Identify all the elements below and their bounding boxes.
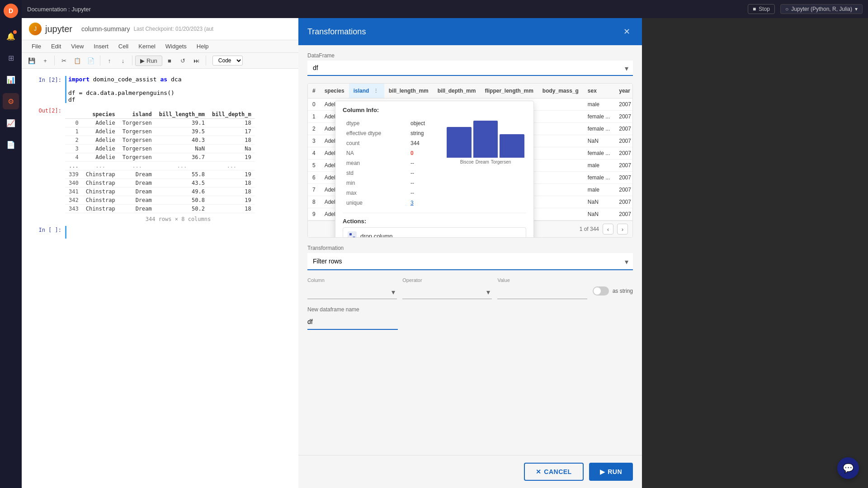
dataframe-select[interactable]: df <box>307 61 633 76</box>
as-string-toggle[interactable] <box>593 286 609 296</box>
output-cell: 19 <box>208 170 255 179</box>
new-df-input[interactable] <box>307 314 398 330</box>
sidebar: D 🔔 ⊞ 📊 ⚙ 📈 📄 <box>0 0 22 488</box>
output-cell: 342 <box>65 196 82 205</box>
kernel-selector[interactable]: ○ Jupyter (Python, R, Julia) ▾ <box>780 4 863 14</box>
cell-out2-content: species island bill_length_mm bill_depth… <box>65 107 291 222</box>
as-string-label: as string <box>613 288 633 294</box>
table-cell: 9 <box>308 208 320 221</box>
output-cell: Adelie <box>82 153 119 162</box>
toolbar-save-btn[interactable]: 💾 <box>25 55 38 66</box>
output-cell: 1 <box>65 127 82 136</box>
table-cell: 0 <box>308 99 320 111</box>
dt-col-year[interactable]: year <box>614 84 633 99</box>
output-cell: 18 <box>208 179 255 188</box>
as-string-wrapper: as string <box>593 286 633 296</box>
output-cell: 39.5 <box>156 127 208 136</box>
output-cell: Dream <box>119 196 156 205</box>
cell-active-content[interactable] <box>65 226 291 239</box>
jupyter-logo: J jupyter <box>29 23 72 35</box>
cell-in2-content[interactable]: import domino_code_assist as dca df = dc… <box>65 76 291 103</box>
filter-operator-select[interactable] <box>402 285 492 299</box>
menu-widgets[interactable]: Widgets <box>161 41 191 52</box>
cell-active[interactable]: In [ ]: <box>29 226 291 239</box>
table-cell: 2007 ... <box>614 99 633 111</box>
next-page-button[interactable]: › <box>617 224 628 235</box>
table-cell <box>538 147 583 160</box>
menu-view[interactable]: View <box>66 41 88 52</box>
toolbar-up-btn[interactable]: ↑ <box>103 55 116 66</box>
table-cell <box>538 196 583 208</box>
toolbar-stop-btn[interactable]: ■ <box>163 55 176 66</box>
sidebar-settings-icon[interactable]: ⚙ <box>3 93 19 109</box>
col-info-label: unique <box>344 198 407 207</box>
output-cell: 18 <box>208 119 255 127</box>
chevron-down-icon: ▾ <box>855 6 858 12</box>
toolbar-copy-btn[interactable]: 📋 <box>71 55 84 66</box>
col-info-value: 344 <box>408 139 437 148</box>
prev-page-button[interactable]: ‹ <box>603 224 613 235</box>
toolbar-add-btn[interactable]: + <box>39 55 52 66</box>
menu-edit[interactable]: Edit <box>47 41 66 52</box>
output-cell: 341 <box>65 188 82 196</box>
toolbar-restart-run-btn[interactable]: ⏭ <box>190 55 203 66</box>
dt-col-species[interactable]: species <box>320 84 349 99</box>
transformation-select[interactable]: Filter rows <box>307 253 633 270</box>
toolbar-sep-2 <box>100 56 100 66</box>
cancel-button[interactable]: ✕ CANCEL <box>524 463 584 481</box>
sidebar-docs-icon[interactable]: 📄 <box>3 136 19 153</box>
filter-operator-label: Operator <box>402 277 492 283</box>
chart-bar-body <box>447 127 472 158</box>
stop-button[interactable]: ■ Stop <box>748 4 775 14</box>
sidebar-search-icon[interactable]: ⊞ <box>3 50 19 66</box>
menu-cell[interactable]: Cell <box>114 41 133 52</box>
toolbar-paste-btn[interactable]: 📄 <box>85 55 97 66</box>
output-cell: 19 <box>208 153 255 162</box>
sidebar-data-icon[interactable]: 📊 <box>3 71 19 88</box>
menu-insert[interactable]: Insert <box>89 41 113 52</box>
output-cell: 2 <box>65 136 82 145</box>
filter-value-col: Value <box>497 277 587 299</box>
menu-file[interactable]: File <box>27 41 46 52</box>
topbar-title: Documentation : Jupyter <box>27 6 748 13</box>
dt-col-bill-dep[interactable]: bill_depth_mm <box>433 84 481 99</box>
output-cell: ... <box>208 162 255 170</box>
table-cell: 2007 ... <box>614 111 633 123</box>
col-info-value: 0 <box>408 149 437 158</box>
menu-help[interactable]: Help <box>192 41 213 52</box>
sidebar-logo: D <box>4 4 18 18</box>
col-info-label: std <box>344 169 407 178</box>
run-button[interactable]: ▶ RUN <box>589 463 633 481</box>
tp-close-button[interactable]: ✕ <box>620 25 633 38</box>
dt-col-flipper[interactable]: flipper_length_mm <box>480 84 538 99</box>
table-cell: 2007 ... <box>614 123 633 135</box>
toolbar-cut-btn[interactable]: ✂ <box>57 55 70 66</box>
col-menu-icon[interactable]: ⋮ <box>373 87 380 94</box>
toolbar-restart-btn[interactable]: ↺ <box>177 55 189 66</box>
table-cell <box>538 184 583 196</box>
table-cell: 2007 ... <box>614 184 633 196</box>
table-cell: 2007 ... <box>614 196 633 208</box>
menu-kernel[interactable]: Kernel <box>134 41 160 52</box>
output-cell: Torgersen <box>119 119 156 127</box>
filter-value-input[interactable] <box>497 285 587 299</box>
filter-column-select[interactable] <box>307 285 397 299</box>
chat-fab-button[interactable]: 💬 <box>837 457 859 479</box>
dt-col-body[interactable]: body_mass_g <box>538 84 583 99</box>
notebook-title[interactable]: column-summary <box>81 25 130 33</box>
table-cell: 2007 ... <box>614 208 633 221</box>
dt-col-bill-len[interactable]: bill_length_mm <box>384 84 433 99</box>
dt-col-island[interactable]: island ⋮ <box>349 84 384 99</box>
output-cell: 4 <box>65 153 82 162</box>
sidebar-chart-icon[interactable]: 📈 <box>3 115 19 131</box>
toolbar-down-btn[interactable]: ↓ <box>117 55 129 66</box>
dt-col-sex[interactable]: sex <box>583 84 614 99</box>
drop-column-action[interactable]: drop column <box>343 227 526 238</box>
output-cell: 340 <box>65 179 82 188</box>
toolbar-run-btn[interactable]: ▶ Run <box>135 56 162 66</box>
toolbar-sep-4 <box>206 56 206 66</box>
cell-type-select[interactable]: Code <box>212 56 243 66</box>
chart-label-dream: Dream <box>476 160 489 164</box>
sidebar-notifications-icon[interactable]: 🔔 <box>3 28 19 44</box>
new-df-field: New dataframe name <box>307 306 633 330</box>
